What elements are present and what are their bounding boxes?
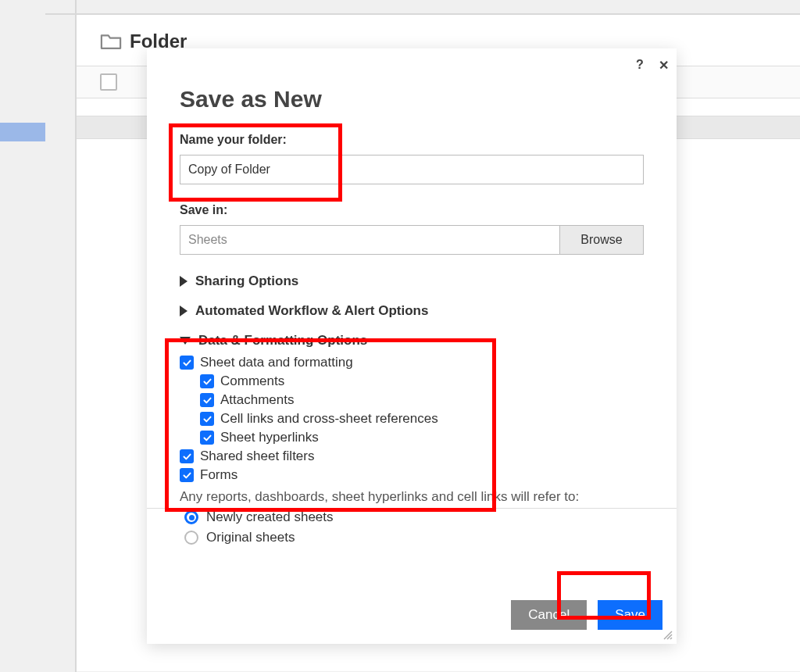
save-as-new-dialog: ? ✕ Save as New Name your folder: Save i…: [147, 48, 677, 644]
left-sidebar: [0, 0, 45, 672]
checkbox-cell-links-label: Cell links and cross-sheet references: [220, 411, 438, 427]
checkbox-attachments-label: Attachments: [220, 392, 295, 408]
radio-original-sheets[interactable]: [184, 531, 198, 545]
checkbox-attachments[interactable]: [200, 393, 214, 407]
checkbox-sheet-data[interactable]: [180, 356, 194, 370]
data-formatting-toggle[interactable]: Data & Formatting Options: [180, 333, 644, 349]
checkbox-shared-filters-label: Shared sheet filters: [200, 449, 314, 464]
radio-original-sheets-label: Original sheets: [206, 530, 295, 545]
folder-icon: [100, 33, 122, 50]
modal-divider: [147, 508, 677, 509]
check-icon: [202, 433, 212, 443]
select-all-checkbox[interactable]: [100, 73, 117, 91]
checkbox-hyperlinks-label: Sheet hyperlinks: [220, 430, 319, 445]
checkbox-comments[interactable]: [200, 374, 214, 388]
checkbox-shared-filters[interactable]: [180, 449, 194, 463]
check-icon: [182, 470, 192, 481]
resize-grip-icon[interactable]: [662, 630, 673, 641]
save-in-label: Save in:: [180, 203, 644, 217]
svg-line-2: [670, 638, 672, 639]
checkbox-forms-label: Forms: [200, 467, 238, 483]
check-icon: [202, 395, 212, 406]
checkbox-sheet-data-label: Sheet data and formatting: [200, 355, 353, 370]
close-icon[interactable]: ✕: [656, 58, 670, 72]
cancel-button[interactable]: Cancel: [511, 600, 587, 630]
sidebar-selection: [0, 123, 45, 141]
refer-note: Any reports, dashboards, sheet hyperlink…: [180, 489, 644, 505]
chevron-right-icon: [180, 276, 188, 287]
folder-name-input[interactable]: [180, 155, 644, 184]
data-formatting-label: Data & Formatting Options: [198, 333, 367, 349]
save-in-input[interactable]: [180, 225, 559, 255]
help-icon[interactable]: ?: [633, 58, 647, 72]
radio-newly-created-label: Newly created sheets: [206, 509, 334, 525]
checkbox-cell-links[interactable]: [200, 412, 214, 426]
dialog-title: Save as New: [180, 86, 644, 113]
checkbox-forms[interactable]: [180, 468, 194, 482]
check-icon: [202, 414, 212, 424]
checkbox-hyperlinks[interactable]: [200, 431, 214, 445]
chevron-right-icon: [180, 306, 188, 316]
radio-newly-created[interactable]: [184, 510, 198, 524]
browse-button[interactable]: Browse: [559, 225, 644, 255]
workflow-options-toggle[interactable]: Automated Workflow & Alert Options: [180, 303, 644, 319]
sharing-options-toggle[interactable]: Sharing Options: [180, 273, 644, 289]
checkbox-comments-label: Comments: [220, 374, 284, 389]
chevron-down-icon: [180, 337, 191, 345]
save-button[interactable]: Save: [598, 600, 662, 630]
name-folder-label: Name your folder:: [180, 133, 644, 147]
workflow-options-label: Automated Workflow & Alert Options: [195, 303, 428, 319]
check-icon: [202, 377, 212, 387]
check-icon: [182, 452, 192, 462]
check-icon: [182, 358, 192, 368]
sharing-options-label: Sharing Options: [195, 273, 298, 289]
